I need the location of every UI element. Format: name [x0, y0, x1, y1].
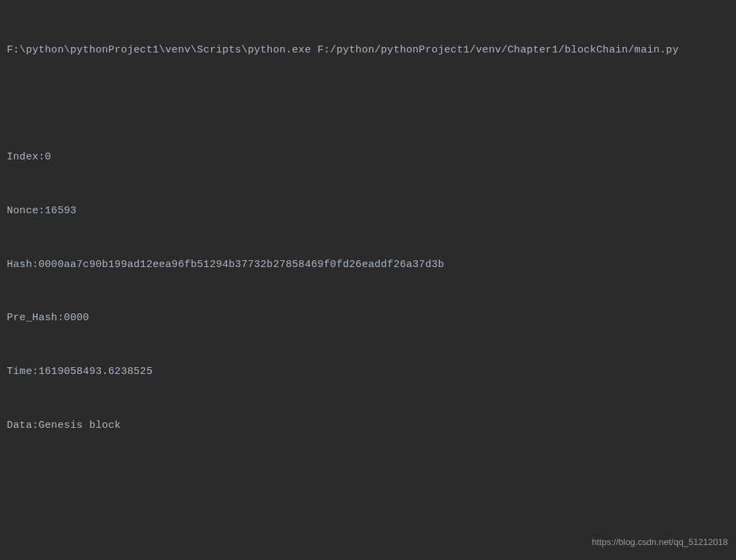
block-output: Index:0 Nonce:16593 Hash:0000aa7c90b199a… — [7, 113, 729, 471]
block-time: Time:1619058493.6238525 — [7, 363, 729, 381]
block-data: Data:Genesis block — [7, 417, 729, 435]
block-pre-hash: Pre_Hash:0000 — [7, 309, 729, 327]
watermark-text: https://blog.csdn.net/qq_51212018 — [592, 535, 729, 550]
block-hash: Hash:0000aa7c90b199ad12eea96fb51294b3773… — [7, 256, 729, 274]
block-nonce: Nonce:16593 — [7, 202, 729, 220]
console-output: F:\python\pythonProject1\venv\Scripts\py… — [7, 5, 729, 560]
command-line: F:\python\pythonProject1\venv\Scripts\py… — [7, 42, 729, 59]
block-index: Index:0 — [7, 149, 729, 166]
